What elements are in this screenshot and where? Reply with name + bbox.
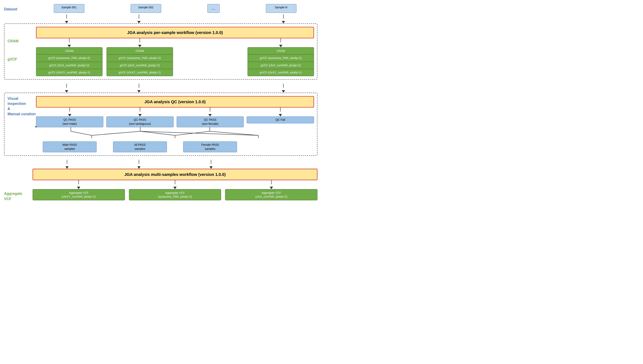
arrow-to-qc-1 <box>66 84 67 88</box>
arrow-qc-3 <box>210 108 210 112</box>
aggregate-vcf-label: Aggregate VCF <box>4 191 33 201</box>
arrow-to-qc-2 <box>139 84 139 88</box>
visual-inspection-label: Visual inspection & Manual curation <box>8 96 36 117</box>
arrow-wf-n <box>280 38 281 42</box>
agg-col-2: Aggregate VCF (autosome_PAR, ploidy=2) <box>129 189 221 200</box>
per-sample-workflow-box: JGA analysis per-sample workflow (versio… <box>36 27 314 38</box>
svg-line-8 <box>210 131 258 136</box>
dataset-label: Dataset <box>4 6 33 12</box>
green-stack-n: CRAM gVCF (autosome_PAR, ploidy=2) gVCF … <box>247 47 314 76</box>
green-stack-2: CRAM gVCF (autosome_PAR, ploidy=2) gVCF … <box>107 47 173 76</box>
agg-box-2: Aggregate VCF (autosome_PAR, ploidy=2) <box>129 189 221 200</box>
qc-pass-female-box: QC PASS (sex=female) <box>177 116 244 127</box>
agg-col-3: Aggregate VCF (chrX_nonPAR, ploidy=2) <box>225 189 317 200</box>
svg-line-5 <box>92 131 140 136</box>
arrow-wf-1 <box>69 38 70 42</box>
arrow-s1-down <box>66 14 67 18</box>
gvcf-chrx-2: gVCF (chrX_nonPAR, ploidy=2) <box>107 62 173 69</box>
cram-box-n: CRAM <box>248 48 314 54</box>
agg-label-1: Aggregate VCF (chrXY_nonPAR, ploidy=1) <box>33 189 125 200</box>
qc-pass-ambiguous-box: QC PASS (sex=ambiguous) <box>106 116 174 127</box>
qc-workflow-box: JGA analysis QC (version 1.0.0) <box>36 96 314 108</box>
male-pass-box: Male PASS samples <box>43 142 97 152</box>
aggregate-section: Aggregate VCF Aggregate VCF (chrXY_nonPA… <box>4 189 317 201</box>
green-col-2: CRAM gVCF (autosome_PAR, ploidy=2) gVCF … <box>107 47 173 76</box>
green-stack-1: CRAM gVCF (autosome_PAR, ploidy=2) gVCF … <box>36 47 103 76</box>
cram-box-2: CRAM <box>107 48 173 54</box>
qc-pass-male-box: QC PASS (sex=male) <box>36 116 103 127</box>
qc-fail-box: QC Fail <box>247 116 314 123</box>
green-col-1: CRAM gVCF (autosome_PAR, ploidy=2) gVCF … <box>36 47 103 76</box>
qc-section: Visual inspection & Manual curation JGA … <box>4 93 317 156</box>
agg-box-3: Aggregate VCF (chrX_nonPAR, ploidy=2) <box>225 189 317 200</box>
gvcf-chrx-n: gVCF (chrX_nonPAR, ploidy=2) <box>248 62 314 69</box>
arrow-wf-2 <box>140 38 140 42</box>
gvcf-chrxy-1: gVCF (chrXY_nonPAR, ploidy=1) <box>36 69 102 76</box>
gvcf-autosome-1: gVCF (autosome_PAR, ploidy=2) <box>36 54 102 62</box>
arrow-to-agg-1 <box>79 180 79 184</box>
arrow-s2-down <box>139 14 139 18</box>
cram-label: CRAM <box>8 39 36 43</box>
arrow-to-multi-2 <box>139 160 139 164</box>
cram-box-1: CRAM <box>36 48 102 54</box>
arrow-to-agg-2 <box>175 180 175 184</box>
all-pass-box: All PASS samples <box>113 142 167 152</box>
per-sample-section: CRAM gVCF JGA analysis per-sample workfl… <box>4 24 317 80</box>
arrow-to-agg-3 <box>271 180 271 184</box>
agg-box-1: Aggregate VCF (chrXY_nonPAR, ploidy=1) <box>33 189 125 200</box>
arrow-qc-1 <box>70 108 70 112</box>
sample-n-box: Sample N <box>266 4 296 13</box>
female-pass-box: Female PASS samples <box>183 142 237 152</box>
multi-sample-workflow-row: JGA analysis multi-samples workflow (ver… <box>33 169 317 180</box>
agg-label-2: Aggregate VCF (autosome_PAR, ploidy=2) <box>129 189 221 200</box>
arrow-sn-down <box>283 14 284 18</box>
green-col-dots <box>177 47 243 76</box>
arrow-to-multi-3 <box>211 160 211 164</box>
green-col-n: CRAM gVCF (autosome_PAR, ploidy=2) gVCF … <box>247 47 314 76</box>
pass-boxes-row: Male PASS samples All PASS samples Femal… <box>36 140 314 152</box>
dots-box: ... <box>207 4 220 13</box>
agg-label-3: Aggregate VCF (chrX_nonPAR, ploidy=2) <box>225 189 317 200</box>
qc-results-row: QC PASS (sex=male) QC PASS (sex=ambiguou… <box>36 116 314 127</box>
visual-inspection-text: Visual inspection & Manual curation <box>8 96 36 116</box>
gvcf-autosome-2: gVCF (autosome_PAR, ploidy=2) <box>107 54 173 62</box>
arrow-to-multi-1 <box>67 160 67 164</box>
arrow-qc-2 <box>140 108 140 112</box>
agg-col-1: Aggregate VCF (chrXY_nonPAR, ploidy=1) <box>33 189 125 200</box>
arrow-to-qc-n <box>283 84 284 88</box>
multi-sample-workflow-box: JGA analysis multi-samples workflow (ver… <box>33 169 317 180</box>
converging-arrows-area <box>36 127 314 140</box>
svg-line-1 <box>71 131 92 136</box>
gvcf-label: gVCF <box>8 57 36 62</box>
sample-001-box: Sample 001 <box>54 4 84 13</box>
gvcf-autosome-n: gVCF (autosome_PAR, ploidy=2) <box>248 54 314 62</box>
sample-002-box: Sample 002 <box>131 4 161 13</box>
diagram: Dataset Sample 001 Sample 002 ... Sample… <box>4 4 317 202</box>
gvcf-chrxy-n: gVCF (chrXY_nonPAR, ploidy=1) <box>248 69 314 76</box>
arrow-qc-fail <box>280 108 280 112</box>
gvcf-chrxy-2: gVCF (chrXY_nonPAR, ploidy=1) <box>107 69 173 76</box>
converging-arrows-svg <box>36 127 314 140</box>
gvcf-chrx-1: gVCF (chrX_nonPAR, ploidy=2) <box>36 62 102 69</box>
